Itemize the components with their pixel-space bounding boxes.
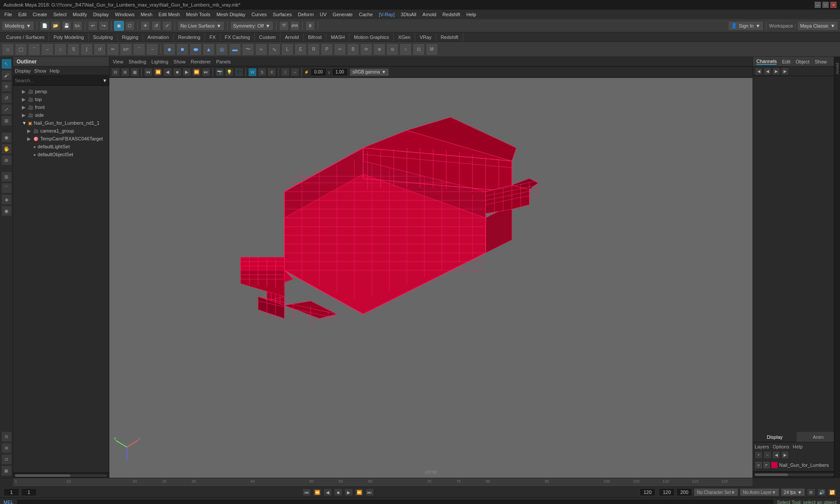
paint-select-button[interactable]: 🖌: [1, 70, 12, 80]
outliner-item-persp[interactable]: ▶ 🎥 persp: [13, 88, 109, 95]
menu-file[interactable]: File: [2, 11, 15, 18]
vp-isolate[interactable]: I: [281, 68, 290, 77]
new-file-button[interactable]: 📄: [40, 21, 49, 31]
menu-edit[interactable]: Edit: [16, 11, 29, 18]
shelf-nurbs-icon[interactable]: 〜: [242, 43, 254, 56]
shelf-tab-xgen[interactable]: XGen: [394, 33, 415, 41]
layer-create-btn[interactable]: +: [755, 451, 763, 459]
play-forward-button[interactable]: ▶: [344, 488, 353, 496]
shelf-nurbs3-icon[interactable]: ∿: [268, 43, 280, 56]
fps-dropdown[interactable]: 24 fps ▼: [781, 488, 805, 496]
outliner-menu-show[interactable]: Show: [34, 68, 46, 74]
shelf-tab-rendering[interactable]: Rendering: [174, 33, 205, 41]
save-file-button[interactable]: 💾: [62, 21, 71, 31]
vp-play-fwd[interactable]: ▶: [182, 68, 191, 77]
snap-view-button[interactable]: ◉: [1, 206, 12, 216]
shelf-tab-rigging[interactable]: Rigging: [118, 33, 143, 41]
shelf-detach-icon[interactable]: ⊖: [386, 43, 399, 56]
menu-mesh[interactable]: Mesh: [138, 11, 155, 18]
playback-options[interactable]: ⚙: [807, 488, 816, 496]
current-frame-input[interactable]: [4, 488, 19, 496]
outliner-item-camera1-group[interactable]: ▶ 🎥 camera1_group: [13, 127, 109, 135]
outliner-item-top[interactable]: ▶ 🎥 top: [13, 95, 109, 103]
loop-button[interactable]: 🔁: [828, 488, 836, 496]
scale-tool-button[interactable]: ⤢: [162, 21, 172, 31]
select-mode-button[interactable]: ↖: [1, 59, 12, 69]
outliner-item-default-object-set[interactable]: ● defaultObjectSet: [13, 150, 109, 158]
workspace-dropdown[interactable]: Maya Classic ▼: [797, 21, 838, 31]
outliner-item-tempcam[interactable]: ▶ 🎯 TempCamFBXASC046Target: [13, 135, 109, 143]
outliner-search-input[interactable]: [15, 78, 102, 83]
vp-lights-button[interactable]: 💡: [225, 68, 234, 77]
layout3-button[interactable]: ⊡: [1, 454, 12, 465]
rp-scrollbar[interactable]: [753, 472, 840, 478]
sculpt-button[interactable]: 🖐: [1, 144, 12, 154]
shelf-attach-icon[interactable]: ⊕: [373, 43, 385, 56]
shelf-sphere-icon[interactable]: ●: [163, 43, 175, 56]
menu-deform[interactable]: Deform: [295, 11, 316, 18]
shelf-planar-icon[interactable]: P: [321, 43, 333, 56]
rp-scrollbar-thumb[interactable]: [755, 473, 788, 476]
layer-item-nail-gun[interactable]: V P Nail_Gun_for_Lumbers: [755, 461, 838, 469]
menu-mesh-display[interactable]: Mesh Display: [214, 11, 248, 18]
vp-manip-size[interactable]: ↔: [290, 68, 299, 77]
vp-prev-frame[interactable]: ⏪: [154, 68, 162, 77]
rp-btn3[interactable]: ▶: [772, 67, 780, 75]
pause-button[interactable]: ⏸: [305, 21, 315, 31]
shelf-bevel-icon[interactable]: B: [347, 43, 359, 56]
layer-delete-btn[interactable]: −: [763, 451, 771, 459]
move-button[interactable]: ✛: [1, 81, 12, 92]
stop-button[interactable]: ■: [334, 488, 343, 496]
shelf-loft-icon[interactable]: L: [281, 43, 294, 56]
rp-btn2[interactable]: ◀: [763, 67, 771, 75]
step-forward-button[interactable]: ⏩: [355, 488, 364, 496]
shelf-curve4-icon[interactable]: S: [67, 43, 80, 56]
shelf-plane-icon[interactable]: ▬: [229, 43, 241, 56]
shelf-tab-vray[interactable]: VRay: [415, 33, 436, 41]
play-back-button[interactable]: ◀: [323, 488, 332, 496]
object-tab[interactable]: Object: [795, 59, 809, 64]
shelf-fill-icon[interactable]: ⊡: [413, 43, 425, 56]
shelf-tab-bifrost[interactable]: Bifrost: [304, 33, 326, 41]
no-anim-layer-dropdown[interactable]: No Anim Layer ▼: [740, 488, 779, 496]
layers-menu-options[interactable]: Options: [773, 444, 789, 449]
display-tab[interactable]: Display: [753, 432, 797, 442]
viewport-menu-renderer[interactable]: Renderer: [191, 59, 211, 64]
menu-redshift[interactable]: Redshift: [440, 11, 462, 18]
outliner-menu-display[interactable]: Display: [15, 68, 31, 74]
go-end-button[interactable]: ⏭: [365, 488, 374, 496]
layout1-button[interactable]: ⊟: [1, 431, 12, 442]
menu-uv[interactable]: UV: [317, 11, 329, 18]
shelf-nurbs2-icon[interactable]: ≈: [255, 43, 267, 56]
mel-input[interactable]: [17, 500, 774, 504]
outliner-item-nail-gun-group[interactable]: ▼ ▣ Nail_Gun_for_Lumbers_nd1_1: [13, 119, 109, 127]
rotate-button[interactable]: ↺: [1, 93, 12, 103]
viewport-menu-panels[interactable]: Panels: [216, 59, 231, 64]
layout2-button[interactable]: ⊞: [1, 443, 12, 453]
rotate-tool-button[interactable]: ↺: [151, 21, 161, 31]
layer-p[interactable]: P: [763, 462, 770, 468]
mode-dropdown[interactable]: Modeling ▼: [2, 21, 34, 31]
outliner-scrollbar-track[interactable]: [15, 474, 107, 477]
shelf-tab-arnold[interactable]: Arnold: [280, 33, 304, 41]
timeline-ruler[interactable]: 1 10 20 25 30 40 50 55 60 70 75 80 90 10…: [13, 478, 752, 487]
edit-tab[interactable]: Edit: [782, 59, 790, 64]
menu-mesh-tools[interactable]: Mesh Tools: [183, 11, 213, 18]
shelf-ep-icon[interactable]: EP: [120, 43, 132, 56]
menu-generate[interactable]: Generate: [330, 11, 355, 18]
rp-scrollbar-track[interactable]: [755, 473, 838, 476]
layer-visibility[interactable]: V: [756, 462, 762, 468]
vp-next-frame[interactable]: ⏩: [192, 68, 201, 77]
exposure-input[interactable]: [311, 68, 326, 76]
shelf-cone-icon[interactable]: ▲: [203, 43, 215, 56]
shelf-extrude-icon[interactable]: E: [294, 43, 307, 56]
go-start-button[interactable]: ⏮: [302, 488, 311, 496]
rp-btn4[interactable]: ▶: [781, 67, 789, 75]
outliner-item-front[interactable]: ▶ 🎥 front: [13, 103, 109, 111]
menu-vray[interactable]: [V-Ray]: [376, 11, 397, 18]
show-manip-button[interactable]: ⊛: [1, 155, 12, 165]
shelf-tab-sculpting[interactable]: Sculpting: [89, 33, 118, 41]
outliner-item-default-light-set[interactable]: ● defaultLightSet: [13, 143, 109, 150]
menu-display[interactable]: Display: [91, 11, 112, 18]
layer-next-btn[interactable]: ▶: [781, 451, 789, 459]
